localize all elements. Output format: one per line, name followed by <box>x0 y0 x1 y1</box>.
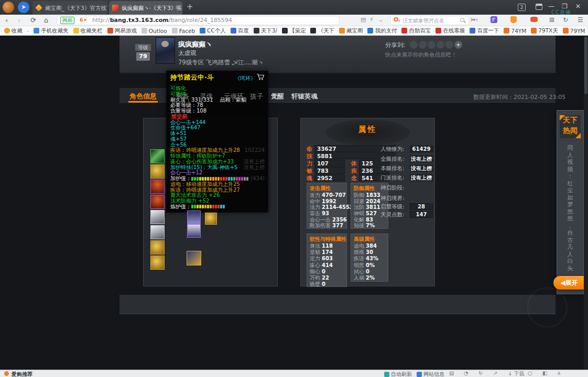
gift-icon[interactable] <box>536 4 542 10</box>
bookmark-item[interactable]: 我的支付 <box>367 27 397 35</box>
attributes-title: 属性 <box>300 125 435 135</box>
status-bar-icon[interactable]: ↗ <box>493 370 497 376</box>
status-bar-icon[interactable]: ∧ <box>557 370 561 376</box>
bookmark-item[interactable]: 百度 <box>231 27 249 35</box>
site-safety-badge[interactable]: 网易 <box>60 17 74 24</box>
share-icon[interactable]: + <box>454 41 462 49</box>
bookmark-item[interactable]: 自助百宝 <box>401 27 431 35</box>
bookmark-item[interactable]: 藏宝阁 <box>339 27 363 35</box>
scrollbar-thumb[interactable] <box>584 37 587 94</box>
bookmark-item[interactable]: 百度一下 <box>470 27 499 35</box>
bookmark-item[interactable]: · <box>27 28 29 34</box>
bookmark-item[interactable]: 收藏 <box>4 27 23 35</box>
character-avatar <box>156 37 175 64</box>
equipment-slot[interactable] <box>150 225 165 239</box>
bookmark-item[interactable]: Outloo <box>141 28 167 34</box>
bookmark-item[interactable]: 74YM <box>504 28 526 34</box>
news-vertical-text[interactable]: 同人视频：红尘如梦悠悠，自古几人白头 <box>567 145 574 272</box>
share-icon[interactable] <box>445 41 453 49</box>
equipment-slot[interactable] <box>187 210 201 224</box>
refresh-icon[interactable]: ⟳ <box>30 16 36 25</box>
cart-icon[interactable] <box>256 73 265 83</box>
equipment-slot[interactable] <box>150 164 165 179</box>
back-icon[interactable]: ‹ <box>5 16 8 25</box>
window-count-badge[interactable]: 2 <box>518 4 526 11</box>
equipment-slot[interactable] <box>187 224 201 238</box>
home-icon[interactable]: ⌂ <box>44 16 48 25</box>
browser-tab-active[interactable]: 疯疯癫癫ヽ·《天下3》英雄榜 ✕ <box>109 1 182 15</box>
recommend-icon[interactable] <box>4 371 9 376</box>
tab-favicon <box>35 4 42 12</box>
bookmark-label: Faceb <box>179 28 195 34</box>
browser-tab-inactive[interactable]: 藏宝阁_《天下3》官方线下交易 <box>32 1 107 15</box>
speed-lightning-icon[interactable]: ⚡ <box>369 16 374 23</box>
bookmark-label: 【策定 <box>289 27 306 35</box>
reader-grid-icon[interactable]: ▤ <box>361 16 366 23</box>
stat-label: 体 <box>351 160 357 168</box>
equipment-slot[interactable] <box>205 213 217 225</box>
gem-square <box>223 205 225 208</box>
status-bar-icon[interactable]: ↻ <box>478 370 483 376</box>
tab-觉醒[interactable]: 觉醒 <box>271 92 284 101</box>
chevron-down-icon[interactable]: ⌄ <box>378 16 383 23</box>
bookmark-item[interactable]: Faceb <box>172 28 195 34</box>
search-icon[interactable] <box>460 18 464 22</box>
tab-元魂环[interactable]: 元魂环 <box>224 92 244 101</box>
bookmark-item[interactable]: 【策定 <box>282 27 306 35</box>
stat-group-title: 攻击属性 <box>307 183 346 193</box>
share-icon[interactable] <box>410 41 418 49</box>
share-icon[interactable] <box>419 41 427 49</box>
share-hint: 快点来展示你的角色信息吧！ <box>385 51 457 59</box>
bookmark-item[interactable]: 天下3/ <box>254 27 277 35</box>
tab-装备[interactable]: 装备 <box>176 92 189 101</box>
tab-character-info[interactable]: 角色信息 <box>129 92 157 101</box>
tab-轩辕英魂[interactable]: 轩辕英魂 <box>291 92 318 101</box>
bookmark-item[interactable]: 收藏夹栏 <box>73 27 103 35</box>
tab-灵傀[interactable]: 灵傀 <box>200 92 213 101</box>
equipment-slot[interactable] <box>150 256 165 270</box>
equipment-slot[interactable] <box>150 195 165 209</box>
send-icon[interactable]: ➤ <box>18 2 29 13</box>
equipment-slot[interactable] <box>150 149 165 163</box>
stat-label: 命 <box>307 145 312 153</box>
bookmark-item[interactable]: 网易游戏 <box>107 27 137 35</box>
share-label: 分享到: <box>385 41 405 49</box>
game-center-icon[interactable] <box>530 17 538 22</box>
status-left-label[interactable]: 爱购推荐 <box>12 371 32 377</box>
bookmark-item[interactable]: 79TX天 <box>531 27 558 35</box>
bookmark-item[interactable]: 79YM <box>563 28 585 34</box>
security-shield-icon[interactable] <box>510 16 517 23</box>
equipment-slot[interactable] <box>150 180 165 194</box>
browser-logo-icon[interactable] <box>3 2 14 13</box>
status-bar-item[interactable]: 网站信息 <box>417 371 444 377</box>
equipment-slot[interactable] <box>150 240 165 254</box>
menu-icon[interactable]: ☰ <box>578 16 583 24</box>
rank-label: 门派排名: <box>380 174 405 182</box>
equipment-slot[interactable] <box>187 251 201 265</box>
bookmark-item[interactable]: CC个人 <box>200 27 226 35</box>
tab-close-icon[interactable]: ✕ <box>175 1 179 15</box>
bookmark-item[interactable]: 《天下 <box>310 27 334 35</box>
status-bar-icon[interactable]: ○ <box>528 370 532 376</box>
new-tab-button[interactable]: + <box>187 2 193 12</box>
close-button[interactable]: ✕ <box>575 3 581 10</box>
equipment-slot[interactable] <box>150 210 165 224</box>
apps-grid-icon[interactable]: ⊞ <box>549 16 554 24</box>
status-bar-icon[interactable]: ↓ 下载 <box>508 370 525 377</box>
share-icon[interactable] <box>428 41 435 49</box>
extension-icon[interactable]: 扩 <box>491 16 497 23</box>
tab-孩子[interactable]: 孩子 <box>250 92 263 101</box>
expand-button[interactable]: ◀展开 <box>553 276 585 290</box>
gem-square <box>223 177 225 181</box>
status-bar-icon[interactable]: ◔ <box>464 370 469 376</box>
bookmark-item[interactable]: 手机收藏夹 <box>34 27 69 35</box>
status-bar-icon[interactable]: ◧ <box>542 370 547 376</box>
restore-session-icon[interactable]: ↻ <box>563 16 568 24</box>
status-bar-item[interactable]: 自动刷新 <box>384 371 412 377</box>
bookmark-item[interactable]: 在线客服 <box>435 27 465 35</box>
screenshot-scissors-icon[interactable]: ✂▾ <box>471 16 478 24</box>
stat-row: 铁壁0 <box>307 282 346 288</box>
forward-icon[interactable]: › <box>18 16 20 25</box>
status-bar-icon[interactable]: ▤ <box>449 370 454 376</box>
share-icon[interactable] <box>437 41 444 49</box>
